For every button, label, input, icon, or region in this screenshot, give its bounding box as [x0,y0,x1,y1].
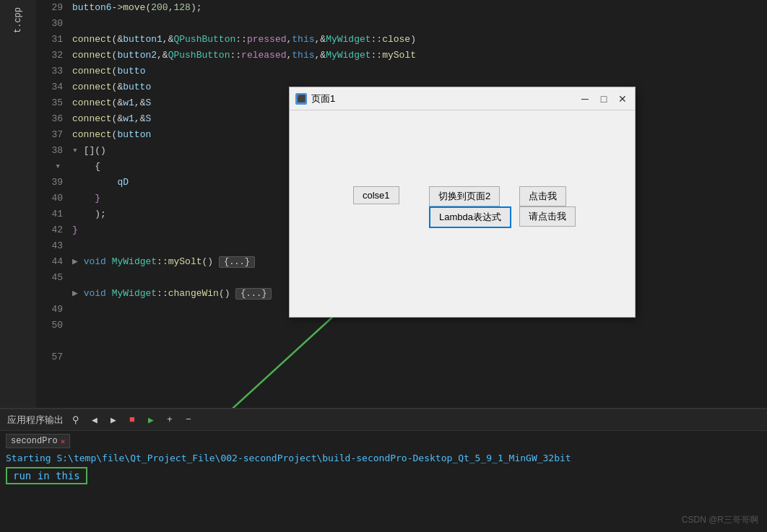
close-button[interactable]: ✕ [616,92,629,105]
maximize-button[interactable]: □ [597,92,610,105]
watermark: CSDN @R三哥哥啊 [682,514,758,526]
qt-title: ⬛ 页面1 [295,92,335,105]
qt-titlebar: ⬛ 页面1 ─ □ ✕ [290,87,635,110]
file-tab[interactable]: t.cpp [0,0,36,408]
code-line-33: connect(butto [69,64,767,79]
qt-title-label: 页面1 [311,92,335,105]
switch-page2-button[interactable]: 切换到页面2 [429,186,500,206]
minimize-button[interactable]: ─ [578,92,592,105]
panel-icon-pin[interactable]: ⚲ [69,414,82,427]
code-line-29: button6->move(200,128); [69,0,767,16]
panel-title: 应用程序输出 [7,414,64,427]
qt-window: ⬛ 页面1 ─ □ ✕ colse1 切换到页面2 点击我 Lambda表达式 … [289,87,636,318]
code-line-32: connect(button2,&QPushButton::released,t… [69,48,767,64]
code-line-31: connect(&button1,&QPushButton::pressed,t… [69,32,767,48]
lambda-button[interactable]: Lambda表达式 [429,206,511,228]
panel-toolbar: 应用程序输出 ⚲ ◀ ▶ ■ ▶ + − [0,409,767,431]
please-click-button[interactable]: 请点击我 [519,206,576,227]
process-tab-close[interactable]: ✕ [61,437,66,446]
panel-icon-add[interactable]: + [163,414,176,427]
output-line: Starting S:\temp\file\Qt_Project_File\00… [6,451,761,466]
panel-icon-run[interactable]: ▶ [144,414,157,427]
panel-icon-minus[interactable]: − [182,414,195,427]
panel-content: secondPro ✕ Starting S:\temp\file\Qt_Pro… [0,431,767,487]
highlighted-output: run in this [6,467,87,484]
process-tab-label: secondPro [11,436,58,446]
qt-title-icon: ⬛ [295,93,307,105]
click-me-button[interactable]: 点击我 [519,186,566,206]
code-line-30 [69,16,767,32]
line-numbers: 29 30 31 32 33 34 35 36 37 38 ▾ 39 40 41… [36,0,69,408]
file-tab-label: t.cpp [13,7,23,33]
qt-controls: ─ □ ✕ [578,92,629,105]
qt-body: colse1 切换到页面2 点击我 Lambda表达式 请点击我 [290,110,635,317]
panel-icon-left[interactable]: ◀ [88,414,101,427]
colse1-button[interactable]: colse1 [353,186,399,204]
panel-icon-stop[interactable]: ■ [126,414,139,427]
bottom-panel: 应用程序输出 ⚲ ◀ ▶ ■ ▶ + − secondPro ✕ Startin… [0,408,767,532]
panel-icon-right[interactable]: ▶ [107,414,120,427]
process-tab: secondPro ✕ [6,434,70,448]
